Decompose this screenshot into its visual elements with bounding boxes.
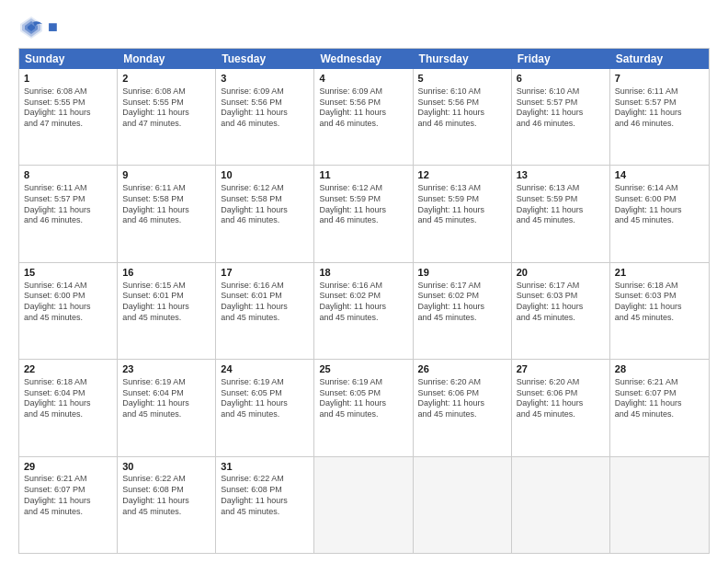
day-number: 26 [418, 362, 506, 376]
calendar-cell: 27Sunrise: 6:20 AM Sunset: 6:06 PM Dayli… [512, 360, 610, 455]
day-number: 12 [418, 168, 506, 182]
day-number: 1 [24, 72, 112, 86]
day-number: 14 [615, 168, 704, 182]
calendar-cell: 7Sunrise: 6:11 AM Sunset: 5:57 PM Daylig… [610, 69, 709, 165]
day-number: 28 [615, 362, 704, 376]
calendar-cell: 5Sunrise: 6:10 AM Sunset: 5:56 PM Daylig… [414, 69, 512, 165]
day-number: 24 [221, 362, 309, 376]
calendar-cell: 12Sunrise: 6:13 AM Sunset: 5:59 PM Dayli… [414, 166, 512, 261]
day-info: Sunrise: 6:14 AM Sunset: 6:00 PM Dayligh… [24, 281, 112, 324]
calendar-cell: 1Sunrise: 6:08 AM Sunset: 5:55 PM Daylig… [19, 69, 118, 165]
day-info: Sunrise: 6:20 AM Sunset: 6:06 PM Dayligh… [517, 377, 605, 420]
day-info: Sunrise: 6:16 AM Sunset: 6:01 PM Dayligh… [221, 281, 309, 324]
day-info: Sunrise: 6:10 AM Sunset: 5:57 PM Dayligh… [517, 86, 605, 130]
calendar-cell: 2Sunrise: 6:08 AM Sunset: 5:55 PM Daylig… [118, 69, 216, 165]
day-info: Sunrise: 6:17 AM Sunset: 6:02 PM Dayligh… [418, 281, 506, 324]
day-info: Sunrise: 6:11 AM Sunset: 5:58 PM Dayligh… [122, 183, 210, 226]
day-number: 13 [517, 168, 605, 182]
day-info: Sunrise: 6:18 AM Sunset: 6:03 PM Dayligh… [615, 281, 704, 324]
day-number: 30 [122, 460, 210, 474]
day-number: 19 [418, 266, 506, 280]
day-info: Sunrise: 6:11 AM Sunset: 5:57 PM Dayligh… [615, 86, 704, 130]
calendar-cell: 21Sunrise: 6:18 AM Sunset: 6:03 PM Dayli… [610, 263, 709, 359]
calendar-cell: 16Sunrise: 6:15 AM Sunset: 6:01 PM Dayli… [118, 263, 216, 359]
calendar-cell: 26Sunrise: 6:20 AM Sunset: 6:06 PM Dayli… [414, 360, 512, 455]
day-number: 20 [517, 266, 605, 280]
cal-header-day: Monday [118, 49, 216, 69]
calendar-cell: 30Sunrise: 6:22 AM Sunset: 6:08 PM Dayli… [118, 457, 216, 553]
day-info: Sunrise: 6:16 AM Sunset: 6:02 PM Dayligh… [319, 281, 407, 324]
cal-header-day: Friday [512, 49, 610, 69]
day-info: Sunrise: 6:09 AM Sunset: 5:56 PM Dayligh… [319, 86, 407, 130]
day-number: 16 [122, 266, 210, 280]
day-info: Sunrise: 6:21 AM Sunset: 6:07 PM Dayligh… [615, 377, 704, 420]
day-number: 15 [24, 266, 112, 280]
calendar-cell: 20Sunrise: 6:17 AM Sunset: 6:03 PM Dayli… [512, 263, 610, 359]
logo: ■ [18, 15, 58, 40]
header: ■ [18, 15, 710, 40]
calendar-cell: 13Sunrise: 6:13 AM Sunset: 5:59 PM Dayli… [512, 166, 610, 261]
day-number: 3 [221, 72, 309, 86]
day-number: 18 [319, 266, 407, 280]
calendar-cell [512, 457, 610, 553]
calendar-cell [414, 457, 512, 553]
cal-header-day: Sunday [19, 49, 118, 69]
calendar-cell: 11Sunrise: 6:12 AM Sunset: 5:59 PM Dayli… [314, 166, 413, 261]
day-info: Sunrise: 6:15 AM Sunset: 6:01 PM Dayligh… [122, 281, 210, 324]
calendar-cell: 28Sunrise: 6:21 AM Sunset: 6:07 PM Dayli… [610, 360, 709, 455]
day-number: 27 [517, 362, 605, 376]
day-number: 29 [24, 460, 112, 474]
calendar-cell: 23Sunrise: 6:19 AM Sunset: 6:04 PM Dayli… [118, 360, 216, 455]
calendar-cell: 6Sunrise: 6:10 AM Sunset: 5:57 PM Daylig… [512, 69, 610, 165]
page: ■ SundayMondayTuesdayWednesdayThursdayFr… [0, 0, 728, 563]
calendar-cell: 9Sunrise: 6:11 AM Sunset: 5:58 PM Daylig… [118, 166, 216, 261]
calendar-week: 22Sunrise: 6:18 AM Sunset: 6:04 PM Dayli… [19, 360, 709, 456]
calendar-cell: 31Sunrise: 6:22 AM Sunset: 6:08 PM Dayli… [216, 457, 314, 553]
calendar-cell [314, 457, 413, 553]
calendar-cell: 29Sunrise: 6:21 AM Sunset: 6:07 PM Dayli… [19, 457, 118, 553]
day-number: 17 [221, 266, 309, 280]
calendar-cell: 17Sunrise: 6:16 AM Sunset: 6:01 PM Dayli… [216, 263, 314, 359]
calendar-cell: 24Sunrise: 6:19 AM Sunset: 6:05 PM Dayli… [216, 360, 314, 455]
day-info: Sunrise: 6:17 AM Sunset: 6:03 PM Dayligh… [517, 281, 605, 324]
day-number: 2 [122, 72, 210, 86]
day-info: Sunrise: 6:10 AM Sunset: 5:56 PM Dayligh… [418, 86, 506, 130]
day-number: 9 [122, 168, 210, 182]
day-info: Sunrise: 6:22 AM Sunset: 6:08 PM Dayligh… [122, 474, 210, 517]
calendar-body: 1Sunrise: 6:08 AM Sunset: 5:55 PM Daylig… [19, 69, 709, 553]
day-number: 6 [517, 72, 605, 86]
cal-header-day: Tuesday [216, 49, 314, 69]
day-number: 31 [221, 460, 309, 474]
day-info: Sunrise: 6:13 AM Sunset: 5:59 PM Dayligh… [418, 183, 506, 226]
day-info: Sunrise: 6:19 AM Sunset: 6:05 PM Dayligh… [319, 377, 407, 420]
cal-header-day: Thursday [414, 49, 512, 69]
day-info: Sunrise: 6:12 AM Sunset: 5:58 PM Dayligh… [221, 183, 309, 226]
day-info: Sunrise: 6:21 AM Sunset: 6:07 PM Dayligh… [24, 474, 112, 517]
calendar: SundayMondayTuesdayWednesdayThursdayFrid… [18, 48, 710, 554]
day-number: 8 [24, 168, 112, 182]
calendar-cell: 10Sunrise: 6:12 AM Sunset: 5:58 PM Dayli… [216, 166, 314, 261]
day-info: Sunrise: 6:13 AM Sunset: 5:59 PM Dayligh… [517, 183, 605, 226]
day-info: Sunrise: 6:19 AM Sunset: 6:04 PM Dayligh… [122, 377, 210, 420]
day-info: Sunrise: 6:11 AM Sunset: 5:57 PM Dayligh… [24, 183, 112, 226]
day-number: 11 [319, 168, 407, 182]
day-number: 22 [24, 362, 112, 376]
calendar-cell: 8Sunrise: 6:11 AM Sunset: 5:57 PM Daylig… [19, 166, 118, 261]
day-number: 21 [615, 266, 704, 280]
day-number: 10 [221, 168, 309, 182]
calendar-header: SundayMondayTuesdayWednesdayThursdayFrid… [19, 49, 709, 69]
calendar-week: 8Sunrise: 6:11 AM Sunset: 5:57 PM Daylig… [19, 166, 709, 262]
calendar-cell: 25Sunrise: 6:19 AM Sunset: 6:05 PM Dayli… [314, 360, 413, 455]
cal-header-day: Wednesday [314, 49, 413, 69]
calendar-cell [610, 457, 709, 553]
calendar-week: 1Sunrise: 6:08 AM Sunset: 5:55 PM Daylig… [19, 69, 709, 166]
day-number: 4 [319, 72, 407, 86]
day-info: Sunrise: 6:18 AM Sunset: 6:04 PM Dayligh… [24, 377, 112, 420]
calendar-week: 29Sunrise: 6:21 AM Sunset: 6:07 PM Dayli… [19, 457, 709, 553]
day-number: 5 [418, 72, 506, 86]
calendar-cell: 4Sunrise: 6:09 AM Sunset: 5:56 PM Daylig… [314, 69, 413, 165]
day-number: 25 [319, 362, 407, 376]
calendar-cell: 15Sunrise: 6:14 AM Sunset: 6:00 PM Dayli… [19, 263, 118, 359]
logo-icon [18, 15, 44, 40]
logo-blue-dot: ■ [48, 17, 58, 36]
